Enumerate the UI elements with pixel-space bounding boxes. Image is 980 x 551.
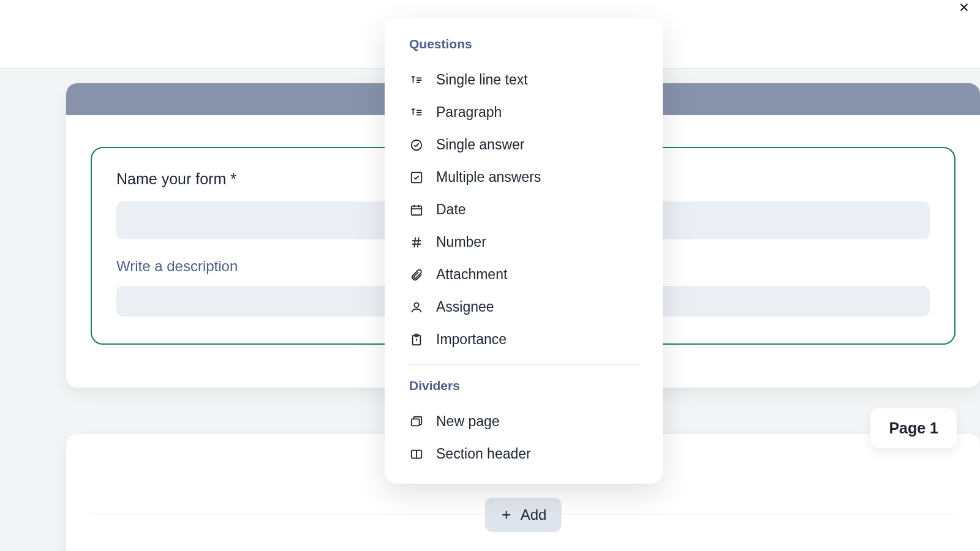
popup-divider	[409, 364, 638, 365]
add-button-label: Add	[521, 506, 547, 523]
add-field-popup: Questions Single line text Paragraph Sin…	[385, 18, 663, 484]
popup-item-multiple-answers[interactable]: Multiple answers	[409, 161, 638, 193]
section-icon	[409, 447, 424, 462]
clipboard-alert-icon	[409, 332, 424, 347]
popup-item-attachment[interactable]: Attachment	[409, 258, 638, 291]
popup-item-label: Attachment	[436, 266, 507, 283]
page-badge[interactable]: Page 1	[870, 408, 957, 448]
close-icon	[957, 1, 971, 14]
popup-item-label: Importance	[436, 331, 507, 348]
person-icon	[409, 300, 424, 315]
paperclip-icon	[409, 268, 424, 282]
hash-icon	[409, 235, 424, 250]
close-button[interactable]	[953, 0, 975, 18]
popup-item-single-line-text[interactable]: Single line text	[409, 64, 638, 96]
calendar-icon	[409, 203, 424, 217]
paragraph-icon	[409, 105, 424, 120]
plus-icon	[500, 508, 513, 522]
popup-item-label: Number	[436, 234, 486, 250]
pages-icon	[409, 414, 424, 429]
svg-rect-2	[412, 206, 422, 215]
popup-item-single-answer[interactable]: Single answer	[409, 129, 638, 161]
popup-item-label: Single line text	[436, 72, 528, 88]
popup-item-date[interactable]: Date	[409, 193, 638, 226]
popup-item-importance[interactable]: Importance	[409, 323, 638, 356]
popup-item-label: New page	[436, 413, 500, 430]
checkbox-icon	[409, 170, 424, 185]
popup-item-label: Section header	[436, 446, 531, 462]
add-button[interactable]: Add	[485, 498, 562, 532]
popup-item-label: Single answer	[436, 137, 524, 153]
popup-item-section-header[interactable]: Section header	[409, 438, 638, 470]
svg-rect-6	[412, 419, 420, 425]
text-line-icon	[409, 73, 424, 88]
popup-item-new-page[interactable]: New page	[409, 405, 638, 438]
popup-item-number[interactable]: Number	[409, 226, 638, 258]
popup-item-label: Multiple answers	[436, 169, 541, 186]
radio-check-icon	[409, 138, 424, 152]
svg-point-3	[414, 302, 418, 307]
popup-item-label: Assignee	[436, 299, 494, 315]
popup-item-label: Date	[436, 201, 466, 218]
popup-item-label: Paragraph	[436, 104, 502, 121]
popup-header-questions: Questions	[409, 37, 638, 51]
popup-header-dividers: Dividers	[409, 378, 638, 393]
popup-item-paragraph[interactable]: Paragraph	[409, 96, 638, 129]
popup-item-assignee[interactable]: Assignee	[409, 291, 638, 323]
